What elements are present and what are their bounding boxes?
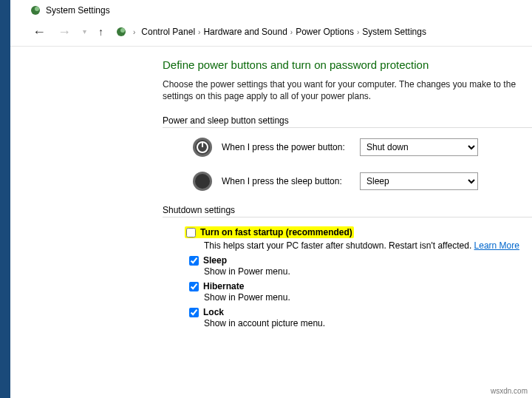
breadcrumb-power-options[interactable]: Power Options (296, 27, 354, 37)
sleep-checkbox[interactable] (189, 256, 199, 266)
breadcrumb-control-panel[interactable]: Control Panel (141, 27, 195, 37)
breadcrumb-system-settings[interactable]: System Settings (362, 27, 426, 37)
shutdown-section-header: Shutdown settings (163, 205, 532, 217)
chevron-right-icon[interactable]: › (198, 28, 200, 36)
power-button-label: When I press the power button: (222, 142, 351, 152)
svg-point-9 (195, 174, 210, 189)
power-icon (192, 137, 213, 158)
power-button-select[interactable]: Shut down (360, 138, 478, 156)
sleep-option-label: Sleep (203, 255, 227, 266)
watermark: wsxdn.com (491, 387, 528, 395)
hibernate-row: Hibernate (189, 281, 532, 291)
fast-startup-row: Turn on fast startup (recommended) (185, 226, 532, 240)
recent-dropdown[interactable]: ▾ (80, 27, 89, 37)
location-icon (115, 26, 127, 38)
sleep-row: Sleep (189, 255, 532, 266)
hibernate-checkbox[interactable] (189, 282, 199, 291)
svg-point-1 (35, 7, 39, 11)
chevron-right-icon[interactable]: › (290, 28, 293, 36)
power-sleep-section-header: Power and sleep button settings (163, 115, 532, 128)
chevron-right-icon[interactable]: › (133, 28, 135, 36)
hibernate-option-label: Hibernate (203, 281, 244, 291)
sleep-option-desc: Show in Power menu. (204, 266, 532, 277)
breadcrumb-hardware-sound[interactable]: Hardware and Sound (203, 27, 287, 37)
breadcrumb: Control Panel › Hardware and Sound › Pow… (141, 27, 426, 37)
page-description: Choose the power settings that you want … (163, 78, 532, 102)
lock-row: Lock (189, 307, 532, 317)
fast-startup-label: Turn on fast startup (recommended) (200, 227, 352, 237)
back-button[interactable]: ← (30, 24, 49, 40)
content-area: Define power buttons and turn on passwor… (0, 47, 532, 328)
window-title: System Settings (46, 5, 110, 16)
sleep-button-label: When I press the sleep button: (222, 176, 351, 186)
sleep-button-select[interactable]: Sleep (360, 172, 478, 190)
left-accent-stripe (0, 0, 10, 398)
fast-startup-checkbox[interactable] (186, 228, 196, 237)
chevron-right-icon[interactable]: › (357, 28, 359, 36)
up-button[interactable]: ↑ (95, 25, 106, 38)
lock-checkbox[interactable] (189, 308, 199, 317)
lock-option-label: Lock (203, 307, 224, 317)
hibernate-option-desc: Show in Power menu. (204, 292, 532, 303)
title-bar: System Settings (0, 0, 532, 21)
sleep-button-row: When I press the sleep button: Sleep (192, 171, 532, 192)
page-title: Define power buttons and turn on passwor… (163, 58, 532, 71)
learn-more-link[interactable]: Learn More (474, 240, 519, 251)
power-options-icon (30, 4, 41, 16)
svg-point-3 (120, 28, 125, 33)
power-button-row: When I press the power button: Shut down (192, 137, 532, 158)
forward-button: → (55, 24, 74, 40)
navigation-bar: ← → ▾ ↑ › Control Panel › Hardware and S… (0, 21, 532, 47)
fast-startup-desc: This helps start your PC faster after sh… (204, 240, 532, 251)
lock-option-desc: Show in account picture menu. (204, 318, 532, 328)
sleep-icon (192, 171, 213, 192)
